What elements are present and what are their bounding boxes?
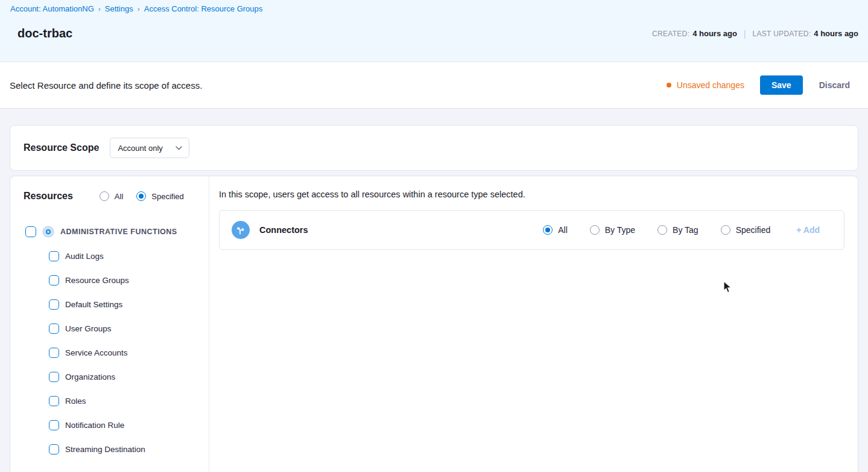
group-label: ADMINISTRATIVE FUNCTIONS [60, 228, 177, 236]
chevron-down-icon [176, 146, 182, 150]
radio-unselected-icon[interactable] [590, 225, 600, 235]
resource-scope-title: Resource Scope [24, 142, 99, 153]
breadcrumb: Account: AutomationNG › Settings › Acces… [10, 4, 858, 13]
unsaved-changes-label: Unsaved changes [677, 80, 744, 90]
resource-scope-selected-value: Account only [118, 144, 162, 153]
add-button[interactable]: + Add [796, 225, 820, 235]
scope-definition-area: In this scope, users get access to all r… [209, 176, 858, 472]
resources-panel: Resources All Specified ADMINISTRATIVE F… [10, 176, 858, 472]
page-header: Account: AutomationNG › Settings › Acces… [0, 0, 868, 62]
content-area: Resource Scope Account only Resources Al… [0, 109, 868, 472]
resource-item-streaming-destination: Streaming Destination [10, 437, 209, 461]
breadcrumb-access-control-link[interactable]: Access Control: Resource Groups [144, 4, 263, 13]
breadcrumb-separator-icon: › [138, 5, 140, 13]
radio-selected-icon[interactable] [543, 225, 553, 235]
resource-scope-card: Resource Scope Account only [10, 125, 858, 171]
connectors-row: Connectors All By Type By Tag [219, 210, 844, 250]
connectors-option-by-type[interactable]: By Type [590, 225, 635, 235]
group-checkbox[interactable] [25, 226, 36, 237]
radio-selected-icon[interactable] [136, 191, 146, 201]
page-title: doc-trbac [17, 27, 72, 40]
unsaved-dot-icon [667, 83, 671, 88]
resource-item-resource-groups: Resource Groups [10, 268, 209, 292]
item-checkbox[interactable] [49, 299, 59, 310]
created-label: CREATED: [652, 30, 689, 38]
save-button[interactable]: Save [760, 75, 803, 95]
item-checkbox[interactable] [49, 444, 59, 454]
item-checkbox[interactable] [49, 372, 59, 382]
resources-mode-radios: All Specified [100, 191, 184, 201]
resources-mode-specified[interactable]: Specified [136, 191, 183, 201]
resource-item-roles: Roles [10, 389, 209, 413]
resources-sidebar: Resources All Specified ADMINISTRATIVE F… [10, 176, 209, 472]
connectors-option-by-tag[interactable]: By Tag [657, 225, 699, 235]
radio-unselected-icon[interactable] [100, 191, 109, 201]
discard-button[interactable]: Discard [819, 80, 850, 90]
item-checkbox[interactable] [49, 324, 59, 334]
resource-item-default-settings: Default Settings [10, 292, 209, 316]
resource-item-notification-rule: Notification Rule [10, 413, 209, 437]
last-updated-value: 4 hours ago [814, 29, 858, 38]
radio-unselected-icon[interactable] [721, 225, 730, 235]
toolbar-description: Select Resource and define its scope of … [10, 80, 202, 91]
connectors-option-specified[interactable]: Specified [721, 225, 771, 235]
radio-unselected-icon[interactable] [657, 225, 667, 235]
branch-arrows-icon [232, 221, 250, 239]
scope-note: In this scope, users get access to all r… [219, 190, 844, 199]
timestamps: CREATED: 4 hours ago | LAST UPDATED: 4 h… [652, 29, 858, 39]
item-checkbox[interactable] [49, 396, 59, 406]
action-toolbar: Select Resource and define its scope of … [0, 62, 868, 109]
connectors-scope-radios: All By Type By Tag Specified [543, 225, 770, 235]
created-value: 4 hours ago [692, 29, 737, 38]
resource-item-organizations: Organizations [10, 365, 209, 389]
resource-item-audit-logs: Audit Logs [10, 244, 209, 268]
item-checkbox[interactable] [49, 348, 59, 358]
connectors-option-all[interactable]: All [543, 225, 568, 235]
breadcrumb-separator-icon: › [98, 5, 101, 13]
resource-item-service-accounts: Service Accounts [10, 340, 209, 365]
resources-title: Resources [24, 191, 73, 202]
breadcrumb-settings-link[interactable]: Settings [105, 4, 133, 13]
resource-group-administrative-functions: ADMINISTRATIVE FUNCTIONS [10, 220, 209, 244]
category-target-icon [42, 226, 54, 238]
resources-mode-all[interactable]: All [100, 191, 123, 201]
meta-divider: | [744, 29, 746, 39]
item-checkbox[interactable] [49, 251, 59, 261]
resource-type-name: Connectors [259, 225, 308, 235]
item-checkbox[interactable] [49, 275, 59, 285]
resource-item-user-groups: User Groups [10, 316, 209, 340]
last-updated-label: LAST UPDATED: [753, 30, 811, 38]
resource-scope-dropdown[interactable]: Account only [110, 138, 189, 158]
item-checkbox[interactable] [49, 420, 59, 430]
breadcrumb-account-link[interactable]: Account: AutomationNG [10, 4, 94, 13]
unsaved-changes-badge: Unsaved changes [667, 80, 744, 90]
